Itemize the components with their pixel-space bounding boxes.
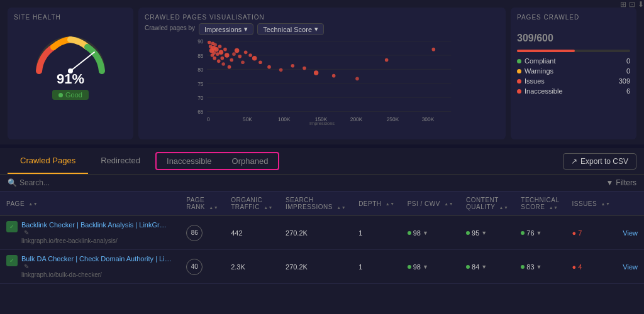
- svg-text:0: 0: [207, 116, 210, 122]
- tab-redirected[interactable]: Redirected: [88, 148, 153, 174]
- page-icon-1: ✓: [6, 255, 18, 266]
- table-container: PAGE ▲▼ PAGERANK ▲▼ ORGANICTRAFFIC ▲▼ SE…: [0, 192, 644, 284]
- cell-rank-0: 86: [180, 216, 225, 250]
- technical-dot-0: [521, 231, 525, 235]
- gauge-svg: [30, 27, 111, 77]
- search-icon: 🔍: [8, 178, 17, 187]
- page-url-0: linkgraph.io/free-backlink-analysis/: [21, 237, 174, 244]
- table-row: ✓ Bulk DA Checker | Check Domain Authori…: [0, 250, 644, 284]
- pages-bar: [517, 50, 630, 52]
- cell-content-1: 84 ▼: [460, 250, 514, 284]
- tabs-section: Crawled Pages Redirected Inaccessible Or…: [0, 148, 644, 175]
- col-content-quality: CONTENTQUALITY ▲▼: [460, 192, 514, 216]
- cell-technical-1: 83 ▼: [514, 250, 565, 284]
- scatter-chart: 90 85 80 75 70 65 0 50K 100K 150K 200K 2: [145, 38, 499, 126]
- expand-icon[interactable]: ⊡: [629, 0, 635, 9]
- pages-crawled-panel: PAGES CRAWLED 309/600 Compliant 0 Warnin…: [511, 8, 636, 139]
- view-button-0[interactable]: View: [623, 229, 638, 237]
- chart-icons: ⊞ ⊡ ⬇: [620, 0, 644, 9]
- svg-point-41: [230, 58, 233, 62]
- svg-point-54: [314, 70, 318, 75]
- col-technical-score: TECHNICALSCORE ▲▼: [514, 192, 565, 216]
- tab-crawled-pages[interactable]: Crawled Pages: [8, 148, 88, 174]
- svg-point-37: [221, 62, 225, 66]
- cell-depth-1: 1: [352, 250, 401, 284]
- cell-traffic-1: 2.3K: [225, 250, 279, 284]
- svg-point-31: [214, 47, 218, 51]
- svg-point-50: [267, 65, 271, 69]
- issues-dot-1: ●: [572, 263, 577, 271]
- svg-text:250K: 250K: [387, 116, 399, 122]
- svg-line-0: [70, 52, 94, 71]
- legend-inaccessible: Inaccessible 6: [517, 87, 630, 95]
- crawled-viz-panel: CRAWLED PAGES VISUALISATION Crawled page…: [138, 8, 506, 139]
- good-dot: [58, 93, 63, 97]
- dropdown-technical-score[interactable]: Technical Score ▾: [257, 23, 324, 35]
- svg-text:65: 65: [197, 109, 204, 115]
- download-icon[interactable]: ⬇: [638, 0, 644, 9]
- svg-point-38: [223, 48, 227, 51]
- cell-impressions-1: 270.2K: [279, 250, 352, 284]
- svg-point-53: [303, 67, 306, 70]
- cell-page-1: ✓ Bulk DA Checker | Check Domain Authori…: [0, 250, 180, 284]
- technical-dot-1: [521, 265, 525, 269]
- edit-icon-0[interactable]: ✎: [24, 229, 29, 236]
- legend-issues: Issues 309: [517, 77, 630, 85]
- cell-technical-0: 76 ▼: [514, 216, 565, 250]
- tabs: Crawled Pages Redirected Inaccessible Or…: [8, 148, 282, 174]
- svg-text:80: 80: [197, 67, 204, 73]
- cell-rank-1: 40: [180, 250, 225, 284]
- svg-point-55: [332, 74, 336, 78]
- psi-dot-0: [408, 231, 411, 235]
- filters-button[interactable]: ▼ Filters: [606, 178, 636, 187]
- svg-point-22: [208, 41, 211, 45]
- gauge-status: Good: [65, 91, 82, 99]
- svg-point-32: [216, 52, 219, 56]
- pages-bar-fill: [517, 50, 575, 52]
- site-health-title: SITE HEALTH: [14, 14, 127, 21]
- tab-highlighted-group: Inaccessible Orphaned: [155, 152, 279, 170]
- svg-point-35: [219, 50, 223, 55]
- export-csv-button[interactable]: ↗ Export to CSV: [563, 153, 636, 170]
- tab-orphaned[interactable]: Orphaned: [222, 153, 279, 169]
- svg-point-43: [235, 48, 239, 53]
- svg-point-48: [252, 56, 257, 60]
- col-issues: ISSUES ▲▼: [566, 192, 617, 216]
- issues-dot: [517, 79, 521, 84]
- rank-circle-1: 40: [186, 259, 203, 275]
- pages-count: 309/600: [517, 26, 630, 46]
- svg-text:50K: 50K: [243, 116, 252, 122]
- view-button-1[interactable]: View: [623, 263, 638, 271]
- grid-icon[interactable]: ⊞: [620, 0, 626, 9]
- inaccessible-dot: [517, 89, 521, 94]
- edit-icon-1[interactable]: ✎: [24, 263, 29, 270]
- search-input[interactable]: [19, 178, 145, 187]
- page-link-1[interactable]: Bulk DA Checker | Check Domain Authority…: [21, 255, 172, 263]
- compliant-dot: [517, 59, 521, 63]
- col-page-rank: PAGERANK ▲▼: [180, 192, 225, 216]
- viz-subtitle: Crawled pages by: [145, 24, 195, 31]
- gauge-container: 91% Good: [14, 27, 127, 100]
- pages-legend: Compliant 0 Warnings 0 Issues 309: [517, 57, 630, 95]
- chart-area: 90 85 80 75 70 65 0 50K 100K 150K 200K 2: [145, 38, 499, 132]
- tab-inaccessible[interactable]: Inaccessible: [157, 153, 222, 169]
- svg-text:100K: 100K: [278, 116, 291, 122]
- cell-traffic-0: 442: [225, 216, 279, 250]
- gauge-badge: Good: [52, 90, 89, 100]
- warnings-dot: [517, 69, 521, 73]
- cell-action-1: View: [616, 250, 644, 284]
- svg-point-57: [385, 58, 389, 62]
- svg-point-52: [291, 64, 295, 68]
- svg-point-47: [248, 53, 252, 57]
- dropdown-impressions[interactable]: Impressions ▾: [199, 23, 253, 35]
- export-icon: ↗: [571, 157, 577, 166]
- pages-table: PAGE ▲▼ PAGERANK ▲▼ ORGANICTRAFFIC ▲▼ SE…: [0, 192, 644, 284]
- cell-impressions-0: 270.2K: [279, 216, 352, 250]
- svg-point-49: [258, 60, 262, 64]
- legend-warnings: Warnings 0: [517, 67, 630, 75]
- rank-circle-0: 86: [186, 225, 203, 241]
- svg-point-42: [232, 52, 236, 56]
- page-link-0[interactable]: Backlink Checker | Backlink Analysis | L…: [21, 221, 167, 229]
- pages-crawled-title: PAGES CRAWLED: [517, 14, 630, 21]
- svg-point-30: [213, 43, 217, 46]
